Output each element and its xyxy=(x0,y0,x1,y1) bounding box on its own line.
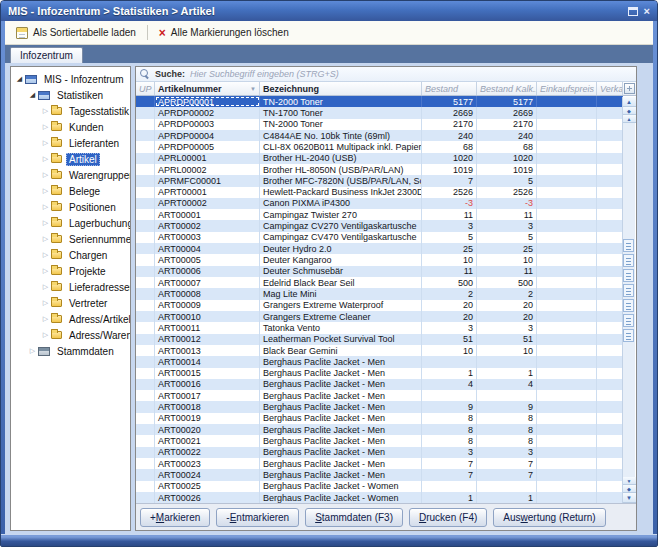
column-header-einkaufspreis[interactable]: Einkaufspreis xyxy=(537,82,597,95)
collapse-icon[interactable]: ◢ xyxy=(27,87,38,103)
expand-icon[interactable]: ▷ xyxy=(40,135,51,151)
expand-icon[interactable]: ▷ xyxy=(40,279,51,295)
expand-icon[interactable]: ▷ xyxy=(40,183,51,199)
tree-item-belege[interactable]: ▷Belege xyxy=(11,183,130,199)
expand-icon[interactable]: ▷ xyxy=(40,151,51,167)
table-row[interactable]: ART00017Berghaus Paclite Jacket - Men xyxy=(136,390,623,401)
expand-icon[interactable]: ▷ xyxy=(40,327,51,343)
table-row[interactable]: ART00015Berghaus Paclite Jacket - Men11 xyxy=(136,368,623,379)
scroll-jump-up-button[interactable]: ◆ xyxy=(623,107,636,115)
scroll-down-button[interactable]: ▼ xyxy=(623,493,636,503)
close-window-icon[interactable]: × xyxy=(644,6,650,17)
column-chooser-icon[interactable] xyxy=(624,83,635,94)
table-row[interactable]: APRT00002Canon PIXMA iP4300-3-3 xyxy=(136,198,623,209)
tree-item-chargen[interactable]: ▷Chargen xyxy=(11,247,130,263)
expand-icon[interactable]: ▷ xyxy=(40,263,51,279)
collapse-icon[interactable]: ◢ xyxy=(14,71,25,87)
expand-icon[interactable]: ▷ xyxy=(40,311,51,327)
table-row[interactable]: ART00018Berghaus Paclite Jacket - Men99 xyxy=(136,401,623,412)
tree-item-vertreter[interactable]: ▷Vertreter xyxy=(11,295,130,311)
search-bar[interactable]: Suche: Hier Suchbegriff eingeben (STRG+S… xyxy=(136,67,636,82)
expand-icon[interactable]: ▷ xyxy=(40,247,51,263)
tree-item-adress-artikel[interactable]: ▷Adress/Artikel xyxy=(11,311,130,327)
column-header-bezeichnung[interactable]: Bezeichnung xyxy=(260,82,422,95)
table-row[interactable]: ART00002Campingaz CV270 Ventilgaskartusc… xyxy=(136,220,623,231)
tree-item-statistiken[interactable]: ◢Statistiken xyxy=(11,87,130,103)
expand-icon[interactable]: ▷ xyxy=(40,295,51,311)
table-row[interactable]: ART00022Berghaus Paclite Jacket - Men33 xyxy=(136,447,623,458)
mark-button[interactable]: + Markieren xyxy=(140,508,210,527)
table-row[interactable]: ART00001Campingaz Twister 2701111 xyxy=(136,209,623,220)
tree-item-positionen[interactable]: ▷Positionen xyxy=(11,199,130,215)
expand-icon[interactable]: ▷ xyxy=(40,231,51,247)
expand-icon[interactable]: ▷ xyxy=(40,119,51,135)
table-row[interactable]: APRT00001Hewlett-Packard Business InkJet… xyxy=(136,187,623,198)
table-row[interactable]: ART00009Grangers Extreme Waterproof2020 xyxy=(136,300,623,311)
table-row[interactable]: ART00021Berghaus Paclite Jacket - Men88 xyxy=(136,435,623,446)
expand-icon[interactable]: ▷ xyxy=(40,167,51,183)
tree-item-projekte[interactable]: ▷Projekte xyxy=(11,263,130,279)
expand-icon[interactable]: ▷ xyxy=(40,215,51,231)
table-row[interactable]: APRL00002Brother HL-8050N (USB/PAR/LAN)1… xyxy=(136,164,623,175)
table-row[interactable]: ART00024Berghaus Paclite Jacket - Men77 xyxy=(136,469,623,480)
table-row[interactable]: APRL00001Brother HL-2040 (USB)10201020 xyxy=(136,153,623,164)
expand-icon[interactable]: ▷ xyxy=(27,343,38,359)
sum-tool-icon[interactable] xyxy=(623,269,634,282)
unmark-button[interactable]: - Entmarkieren xyxy=(216,508,299,527)
tree-item-mis-infozentrum[interactable]: ◢MIS - Infozentrum xyxy=(11,71,130,87)
tree-item-adress-warengruppen[interactable]: ▷Adress/Warengruppen xyxy=(11,327,130,343)
table-row[interactable]: ART00010Grangers Extreme Cleaner2020 xyxy=(136,311,623,322)
table-row[interactable]: ART00004Deuter Hydro 2.02525 xyxy=(136,243,623,254)
tree-item-lagerbuchungen[interactable]: ▷Lagerbuchungen xyxy=(11,215,130,231)
tree-item-warengruppen[interactable]: ▷Warengruppen xyxy=(11,167,130,183)
print-button[interactable]: Drucken (F4) xyxy=(409,508,487,527)
tree-item-stammdaten[interactable]: ▷Stammdaten xyxy=(11,343,130,359)
table-row[interactable]: APRDP00004C4844AE No. 10bk Tinte (69ml)2… xyxy=(136,130,623,141)
table-row[interactable]: ART00026Berghaus Paclite Jacket - Women1… xyxy=(136,492,623,503)
table-row[interactable]: ART00019Berghaus Paclite Jacket - Men88 xyxy=(136,413,623,424)
table-row[interactable]: APRDP00003TN-2000 Toner21702170 xyxy=(136,119,623,130)
table-row[interactable]: ART00005Deuter Kangaroo1010 xyxy=(136,254,623,265)
expand-icon[interactable]: ▷ xyxy=(40,199,51,215)
table-row[interactable]: ART00011Tatonka Vento33 xyxy=(136,322,623,333)
table-row[interactable]: ART00013Black Bear Gemini1010 xyxy=(136,345,623,356)
tree-item-kunden[interactable]: ▷Kunden xyxy=(11,119,130,135)
table-row[interactable]: ART00025Berghaus Paclite Jacket - Women xyxy=(136,481,623,492)
tree-item-seriennummern[interactable]: ▷Seriennummern xyxy=(11,231,130,247)
table-row[interactable]: ART00003Campingaz CV470 Ventilgaskartusc… xyxy=(136,232,623,243)
expand-icon[interactable]: ▷ xyxy=(40,103,51,119)
restore-window-icon[interactable] xyxy=(628,7,638,16)
tab-infozentrum[interactable]: Infozentrum xyxy=(10,47,83,63)
load-sorttable-button[interactable]: Als Sortiertabelle laden xyxy=(9,25,143,41)
column-header-bestand-kalk-[interactable]: Bestand Kalk.. xyxy=(477,82,537,95)
export-tool-icon[interactable] xyxy=(623,329,634,342)
column-header-artikelnummer[interactable]: Artikelnummer▼ xyxy=(155,82,260,95)
scroll-up-button[interactable]: ▲ xyxy=(623,97,636,107)
scroll-jump-down-button[interactable]: ◆ xyxy=(623,485,636,493)
chart-tool-icon[interactable] xyxy=(623,284,634,297)
columns-tool-icon[interactable] xyxy=(623,314,634,327)
table-row[interactable]: ART00016Berghaus Paclite Jacket - Men44 xyxy=(136,379,623,390)
column-header-up[interactable]: UP xyxy=(136,82,155,95)
tree-item-artikel[interactable]: ▷Artikel xyxy=(11,151,130,167)
table-row[interactable]: ART00014Berghaus Paclite Jacket - Men xyxy=(136,356,623,367)
table-row[interactable]: APRDP00001TN-2000 Toner51775177 xyxy=(136,96,623,107)
evaluate-button[interactable]: Auswertung (Return) xyxy=(493,508,605,527)
table-row[interactable]: ART00007Edelrid Black Bear Seil500500 xyxy=(136,277,623,288)
tree-item-lieferadressen[interactable]: ▷Lieferadressen xyxy=(11,279,130,295)
table-row[interactable]: APRDP00002TN-1700 Toner26692669 xyxy=(136,107,623,118)
table-row[interactable]: ART00020Berghaus Paclite Jacket - Men88 xyxy=(136,424,623,435)
search-input[interactable]: Hier Suchbegriff eingeben (STRG+S) xyxy=(190,69,339,79)
scroll-prev-button[interactable]: ▲ xyxy=(623,115,636,123)
table-row[interactable]: APRMFC00001Brother MFC-7820N (USB/PAR/LA… xyxy=(136,175,623,186)
list-tool-icon[interactable] xyxy=(623,299,634,312)
table-row[interactable]: ART00008Mag Lite Mini22 xyxy=(136,288,623,299)
column-header-bestand[interactable]: Bestand xyxy=(422,82,477,95)
scroll-next-button[interactable]: ▼ xyxy=(623,477,636,485)
column-header-verkaufsprei[interactable]: Verkaufsprei xyxy=(597,82,623,95)
grid-view-icon[interactable] xyxy=(623,239,634,252)
table-row[interactable]: APRDP00005CLI-8X 0620B011 Multipack inkl… xyxy=(136,141,623,152)
table-row[interactable]: ART00006Deuter Schmusebär1111 xyxy=(136,266,623,277)
table-row[interactable]: ART00012Leatherman Pocket Survival Tool5… xyxy=(136,334,623,345)
table-row[interactable]: ART00023Berghaus Paclite Jacket - Men77 xyxy=(136,458,623,469)
